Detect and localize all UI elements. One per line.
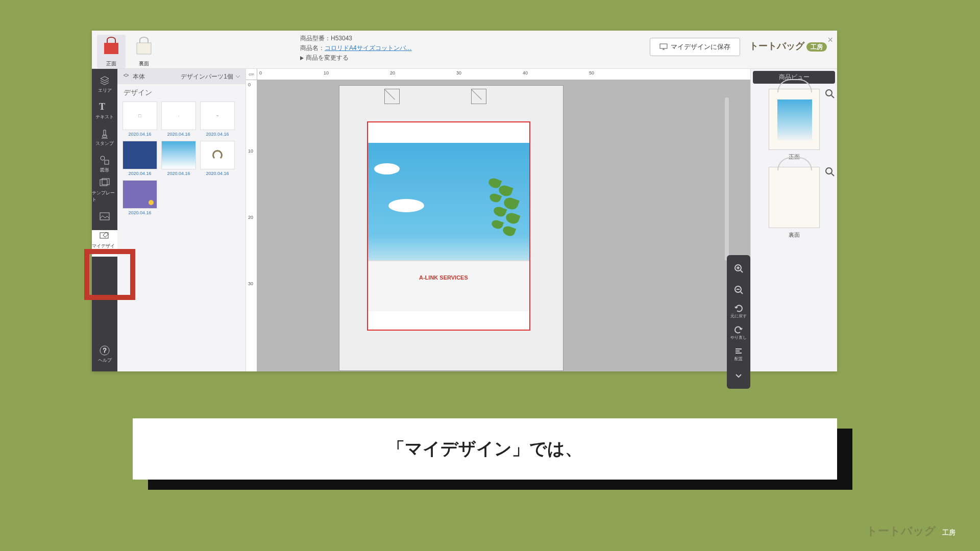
tree-decoration bbox=[483, 173, 532, 250]
tool-template[interactable]: テンプレート bbox=[92, 177, 117, 204]
align-icon bbox=[734, 346, 743, 356]
print-area[interactable]: A-LINK SERVICES bbox=[367, 121, 530, 331]
view-tab-front[interactable]: 正面 bbox=[97, 35, 126, 68]
mydesign-icon bbox=[99, 231, 110, 242]
product-name-link[interactable]: コロリドA4サイズコットンバ… bbox=[325, 43, 412, 53]
model-label: 商品型番： bbox=[300, 34, 331, 43]
bag-back-icon bbox=[134, 37, 154, 55]
undo-icon bbox=[734, 304, 743, 313]
placed-image[interactable]: A-LINK SERVICES bbox=[368, 143, 529, 311]
design-panel: 本体 デザインパーツ1個 デザイン □2020.04.16 ·2020.04.1… bbox=[117, 69, 246, 371]
preview-front[interactable] bbox=[754, 87, 834, 152]
design-thumb[interactable]: 2020.04.16 bbox=[122, 141, 157, 176]
monitor-icon bbox=[659, 43, 668, 51]
scrollbar-vertical[interactable] bbox=[725, 97, 729, 261]
change-product-link[interactable]: 商品を変更する bbox=[300, 53, 650, 63]
ruler-vertical: 0102030 bbox=[246, 80, 257, 371]
svg-rect-0 bbox=[660, 44, 667, 48]
area-name: 本体 bbox=[133, 72, 145, 81]
help-icon: ? bbox=[99, 345, 110, 356]
design-thumb[interactable]: ·2020.04.16 bbox=[161, 102, 196, 137]
more-tools-button[interactable] bbox=[729, 366, 748, 385]
design-thumb[interactable]: 2020.04.16 bbox=[122, 180, 157, 215]
stamp-icon bbox=[99, 128, 110, 139]
header-info: 商品型番：H53043 商品名：コロリドA4サイズコットンバ… 商品を変更する bbox=[167, 31, 650, 63]
tool-help[interactable]: ?ヘルプ bbox=[92, 341, 117, 367]
parts-dropdown[interactable]: デザインパーツ1個 bbox=[181, 72, 240, 81]
magnify-icon[interactable] bbox=[825, 89, 835, 99]
layers-icon bbox=[99, 75, 110, 86]
svg-rect-5 bbox=[100, 213, 109, 220]
align-button[interactable]: 配置 bbox=[729, 345, 748, 363]
view-tab-back[interactable]: 裏面 bbox=[130, 35, 158, 68]
canvas-stage[interactable]: A-LINK SERVICES bbox=[257, 80, 750, 371]
svg-point-12 bbox=[826, 168, 832, 174]
svg-point-11 bbox=[826, 90, 832, 96]
ruler-horizontal: 01020304050 bbox=[257, 69, 750, 80]
building: A-LINK SERVICES bbox=[368, 260, 529, 311]
brand-logo: トートバッグ工房 bbox=[749, 40, 827, 52]
highlight-mydesign bbox=[84, 249, 135, 300]
close-button[interactable]: × bbox=[827, 35, 833, 45]
design-thumb[interactable]: 2020.04.16 bbox=[200, 141, 235, 176]
canvas-area: cm 01020304050 0102030 bbox=[246, 69, 750, 371]
tutorial-caption: 「マイデザイン」では、 bbox=[133, 418, 837, 480]
preview-panel: 商品ビュー 正面 裏面 bbox=[750, 69, 837, 371]
design-thumb[interactable]: 2020.04.16 bbox=[161, 141, 196, 176]
canvas-tools: 元に戻す やり直し 配置 bbox=[727, 255, 750, 389]
view-tab-front-label: 正面 bbox=[106, 61, 116, 66]
svg-rect-2 bbox=[105, 160, 109, 164]
svg-text:?: ? bbox=[103, 347, 107, 354]
building-logo: A-LINK SERVICES bbox=[419, 274, 468, 281]
handle-guides bbox=[384, 86, 507, 106]
panel-head: 本体 デザインパーツ1個 bbox=[117, 69, 246, 84]
model-value: H53043 bbox=[331, 34, 352, 43]
save-mydesign-button[interactable]: マイデザインに保存 bbox=[650, 38, 740, 56]
design-thumb[interactable]: □2020.04.16 bbox=[122, 102, 157, 137]
template-icon bbox=[99, 178, 110, 189]
shapes-icon bbox=[99, 155, 110, 166]
name-label: 商品名： bbox=[300, 43, 325, 53]
zoom-in-button[interactable] bbox=[729, 259, 748, 278]
tool-stamp[interactable]: スタンプ bbox=[92, 124, 117, 151]
view-tab-back-label: 裏面 bbox=[139, 61, 149, 66]
zoom-in-icon bbox=[734, 264, 743, 273]
watermark: トートバッグ工房 bbox=[866, 523, 960, 539]
layers-icon bbox=[122, 73, 130, 80]
chevron-down-icon bbox=[235, 75, 240, 78]
zoom-out-icon bbox=[734, 285, 743, 294]
tool-area[interactable]: エリア bbox=[92, 71, 117, 97]
panel-section-title: デザイン bbox=[117, 84, 246, 102]
redo-button[interactable]: やり直し bbox=[729, 323, 748, 342]
image-icon bbox=[99, 211, 110, 222]
svg-point-1 bbox=[101, 156, 105, 160]
ruler-unit: cm bbox=[246, 69, 257, 80]
preview-back[interactable] bbox=[754, 165, 834, 230]
magnify-icon[interactable] bbox=[825, 167, 835, 177]
undo-button[interactable]: 元に戻す bbox=[729, 302, 748, 320]
redo-icon bbox=[734, 325, 743, 334]
app-window: × 正面 裏面 商品型番：H53043 商品名：コロリドA4サイズコットンバ… … bbox=[92, 31, 837, 371]
tool-text[interactable]: Tテキスト bbox=[92, 97, 117, 124]
tool-image[interactable] bbox=[92, 204, 117, 230]
design-thumb[interactable]: ~2020.04.16 bbox=[200, 102, 235, 137]
play-icon bbox=[300, 56, 304, 60]
bag-front-icon bbox=[101, 37, 121, 55]
design-thumbnails: □2020.04.16 ·2020.04.16 ~2020.04.16 2020… bbox=[117, 102, 246, 215]
product-outline: A-LINK SERVICES bbox=[339, 85, 564, 371]
chevron-down-icon bbox=[734, 371, 743, 380]
zoom-out-button[interactable] bbox=[729, 281, 748, 299]
tool-shape[interactable]: 図形 bbox=[92, 151, 117, 177]
text-icon: T bbox=[99, 102, 110, 113]
header: 正面 裏面 商品型番：H53043 商品名：コロリドA4サイズコットンバ… 商品… bbox=[92, 31, 837, 69]
tool-column: エリア Tテキスト スタンプ 図形 テンプレート マイデザイン ?ヘルプ bbox=[92, 69, 117, 371]
view-tabs: 正面 裏面 bbox=[92, 31, 167, 68]
preview-back-label: 裏面 bbox=[751, 231, 837, 239]
